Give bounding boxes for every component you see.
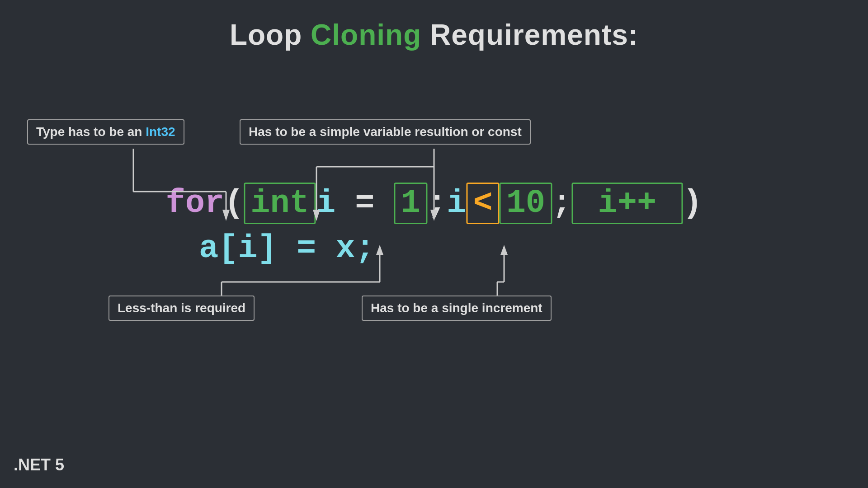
footer-label: .NET 5	[14, 455, 64, 474]
var-i2: i	[447, 185, 466, 222]
annotation-less-than: Less-than is required	[108, 296, 255, 321]
close-paren: )	[683, 185, 702, 222]
semi1: ;	[427, 185, 447, 222]
annotation-single-increment: Has to be a single increment	[362, 296, 552, 321]
title-suffix: Requirements:	[421, 19, 638, 51]
val-1: 1	[394, 183, 427, 224]
page-title: Loop Cloning Requirements:	[0, 0, 868, 52]
annotation-int32: Int32	[146, 125, 175, 139]
svg-marker-14	[376, 245, 383, 255]
array-expr: a[i] = x;	[199, 230, 375, 267]
lt-sign: <	[466, 183, 499, 224]
annotation-single-increment-text: Has to be a single increment	[371, 301, 542, 315]
annotation-limit-text: Has to be a simple variable resultion or…	[249, 125, 522, 139]
annotation-less-than-text: Less-than is required	[118, 301, 245, 315]
int-keyword: int	[244, 183, 316, 224]
diagram-area: Type has to be an Int32 Has to be a simp…	[0, 61, 868, 431]
eq-sign: =	[335, 185, 394, 222]
code-line2: a[i] = x;	[199, 230, 375, 267]
annotation-type-text: Type has to be an	[36, 125, 146, 139]
code-line1: for ( int i = 1 ; i < 10 ; i++ )	[165, 183, 702, 224]
title-prefix: Loop	[230, 19, 311, 51]
inc-op: i++	[571, 183, 683, 224]
annotation-limit: Has to be a simple variable resultion or…	[240, 119, 531, 145]
title-cloning: Cloning	[311, 19, 421, 51]
annotation-type: Type has to be an Int32	[27, 119, 184, 145]
var-i: i	[316, 185, 335, 222]
for-keyword: for	[165, 185, 224, 222]
semi2: ;	[552, 185, 571, 222]
val-10: 10	[500, 183, 552, 224]
svg-marker-18	[500, 245, 508, 255]
open-paren: (	[224, 185, 244, 222]
